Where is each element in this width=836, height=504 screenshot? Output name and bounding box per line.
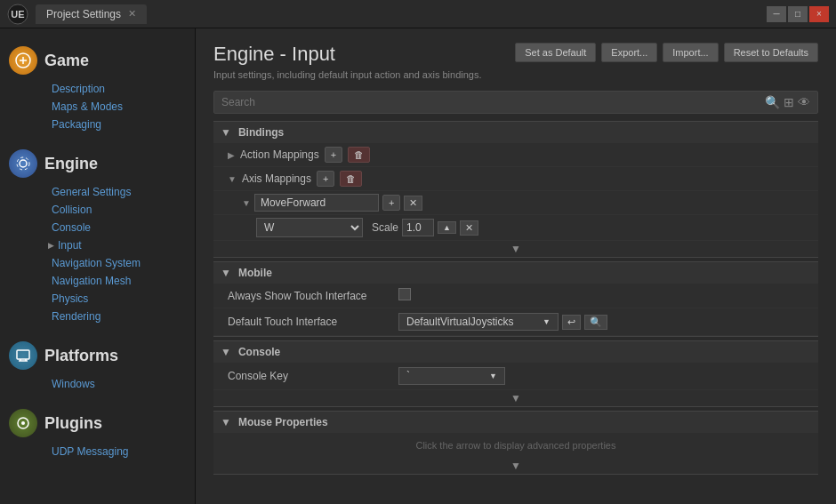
- always-show-touch-checkbox[interactable]: [398, 288, 411, 300]
- bindings-label: Bindings: [238, 126, 284, 139]
- reset-defaults-button[interactable]: Reset to Defaults: [724, 43, 818, 62]
- platforms-items: Windows: [0, 375, 195, 393]
- always-show-touch-row: Always Show Touch Interface: [213, 284, 818, 308]
- mouse-properties-header[interactable]: ▼ Mouse Properties: [213, 411, 818, 433]
- sidebar-item-description[interactable]: Description: [44, 80, 195, 98]
- action-mappings-add-button[interactable]: +: [325, 147, 342, 163]
- sidebar-item-windows[interactable]: Windows: [44, 375, 195, 393]
- mobile-body: Always Show Touch Interface Default Touc…: [213, 284, 818, 337]
- axis-mappings-row: ▼ Axis Mappings + 🗑: [213, 167, 818, 191]
- platforms-label: Platforms: [44, 347, 118, 365]
- sidebar-item-navigation-mesh[interactable]: Navigation Mesh: [44, 272, 195, 290]
- input-arrow-icon: ▶: [48, 241, 54, 250]
- search-grid-icon[interactable]: ⊞: [784, 95, 794, 109]
- sidebar-category-game[interactable]: Game: [0, 41, 195, 80]
- key-remove-button[interactable]: ✕: [460, 220, 478, 236]
- sidebar-item-console[interactable]: Console: [44, 219, 195, 236]
- axis-expand-icon: ▼: [228, 174, 237, 184]
- content-header: Engine - Input Input settings, including…: [196, 28, 836, 87]
- bindings-expand-row[interactable]: ▼: [213, 241, 818, 257]
- sidebar-category-platforms[interactable]: Platforms: [0, 336, 195, 375]
- mobile-header[interactable]: ▼ Mobile: [213, 261, 818, 284]
- console-key-row: Console Key ` ▼: [213, 363, 818, 390]
- console-key-label: Console Key: [221, 370, 398, 382]
- minimize-button[interactable]: ─: [767, 6, 786, 22]
- platforms-icon: [9, 341, 37, 370]
- sidebar-item-maps-modes[interactable]: Maps & Modes: [44, 98, 195, 116]
- project-settings-tab[interactable]: Project Settings ✕: [36, 4, 147, 24]
- move-forward-add-button[interactable]: +: [382, 195, 400, 211]
- main-layout: Game Description Maps & Modes Packaging …: [0, 28, 836, 504]
- sidebar-item-physics[interactable]: Physics: [44, 290, 195, 308]
- sidebar-item-input[interactable]: ▶ Input: [44, 236, 195, 254]
- maximize-button[interactable]: □: [788, 6, 808, 22]
- console-expand-row[interactable]: ▼: [213, 390, 818, 406]
- action-mappings-row: ▶ Action Mappings + 🗑: [213, 143, 818, 167]
- svg-point-3: [20, 160, 27, 167]
- axis-mappings-add-button[interactable]: +: [317, 171, 334, 187]
- import-button[interactable]: Import...: [663, 43, 718, 62]
- move-forward-input[interactable]: [254, 194, 379, 212]
- console-header[interactable]: ▼ Console: [213, 340, 818, 363]
- svg-rect-5: [17, 350, 29, 359]
- sidebar-category-engine[interactable]: Engine: [0, 144, 195, 183]
- console-body: Console Key ` ▼ ▼: [213, 363, 818, 407]
- mouse-properties-section: ▼ Mouse Properties Click the arrow to di…: [213, 411, 818, 475]
- scale-up-button[interactable]: ▲: [438, 221, 456, 234]
- bindings-section: ▼ Bindings ▶ Action Mappings + 🗑 ▼ Axis …: [213, 121, 818, 258]
- default-touch-dropdown[interactable]: DefaultVirtualJoysticks ▼: [398, 313, 559, 331]
- console-key-dropdown[interactable]: ` ▼: [398, 367, 505, 385]
- search-bar: 🔍 ⊞ 👁: [213, 91, 818, 114]
- action-expand-icon: ▶: [228, 150, 235, 160]
- mouse-collapse-icon: ▼: [221, 416, 231, 428]
- default-touch-back-button[interactable]: ↩: [562, 315, 581, 330]
- tab-label: Project Settings: [46, 8, 121, 20]
- sidebar-item-udp-messaging[interactable]: UDP Messaging: [44, 443, 195, 460]
- export-button[interactable]: Export...: [601, 43, 657, 62]
- plugins-items: UDP Messaging: [0, 443, 195, 460]
- bindings-collapse-icon: ▼: [221, 126, 231, 139]
- action-mappings-delete-button[interactable]: 🗑: [348, 147, 370, 163]
- sidebar-item-packaging[interactable]: Packaging: [44, 116, 195, 133]
- sidebar-section-platforms: Platforms Windows: [0, 331, 195, 398]
- sidebar-category-plugins[interactable]: Plugins: [0, 404, 195, 443]
- sidebar-section-game: Game Description Maps & Modes Packaging: [0, 36, 195, 139]
- key-select[interactable]: W: [256, 218, 363, 237]
- set-default-button[interactable]: Set as Default: [515, 43, 596, 62]
- search-input[interactable]: [221, 96, 765, 108]
- move-forward-delete-button[interactable]: ✕: [404, 196, 422, 211]
- game-items: Description Maps & Modes Packaging: [0, 80, 195, 133]
- scale-input[interactable]: [402, 219, 434, 236]
- bindings-header[interactable]: ▼ Bindings: [213, 121, 818, 143]
- move-forward-collapse-icon: ▼: [242, 198, 251, 208]
- svg-point-4: [17, 157, 29, 170]
- action-mappings-label: Action Mappings: [240, 148, 319, 161]
- mobile-collapse-icon: ▼: [221, 267, 231, 279]
- search-magnifier-icon[interactable]: 🔍: [765, 95, 780, 109]
- sidebar-section-engine: Engine General Settings Collision Consol…: [0, 139, 195, 331]
- console-key-control: ` ▼: [398, 367, 811, 385]
- axis-mappings-delete-button[interactable]: 🗑: [340, 171, 362, 187]
- default-touch-label: Default Touch Interface: [221, 316, 398, 328]
- axis-mappings-label: Axis Mappings: [242, 172, 311, 185]
- sidebar-item-general-settings[interactable]: General Settings: [44, 183, 195, 201]
- ue-logo: UE: [7, 4, 28, 25]
- search-filter-icon[interactable]: 👁: [798, 95, 810, 109]
- mouse-expand-row[interactable]: ▼: [213, 458, 818, 474]
- default-touch-search-button[interactable]: 🔍: [584, 315, 607, 330]
- console-section-label: Console: [238, 346, 280, 358]
- window-controls: ─ □ ×: [767, 6, 829, 22]
- close-button[interactable]: ×: [809, 6, 829, 22]
- mouse-properties-body: Click the arrow to display advanced prop…: [213, 433, 818, 475]
- mouse-properties-label: Mouse Properties: [238, 416, 328, 428]
- search-icons: 🔍 ⊞ 👁: [765, 95, 810, 109]
- sidebar-item-navigation-system[interactable]: Navigation System: [44, 254, 195, 272]
- sidebar-item-collision[interactable]: Collision: [44, 201, 195, 219]
- settings-content: ▼ Bindings ▶ Action Mappings + 🗑 ▼ Axis …: [196, 121, 836, 475]
- sidebar-section-plugins: Plugins UDP Messaging: [0, 398, 195, 466]
- scale-label: Scale: [372, 221, 398, 234]
- dropdown-arrow-icon: ▼: [543, 317, 551, 326]
- sidebar-item-rendering[interactable]: Rendering: [44, 308, 195, 325]
- tab-close-icon[interactable]: ✕: [128, 8, 136, 20]
- svg-text:UE: UE: [11, 9, 24, 20]
